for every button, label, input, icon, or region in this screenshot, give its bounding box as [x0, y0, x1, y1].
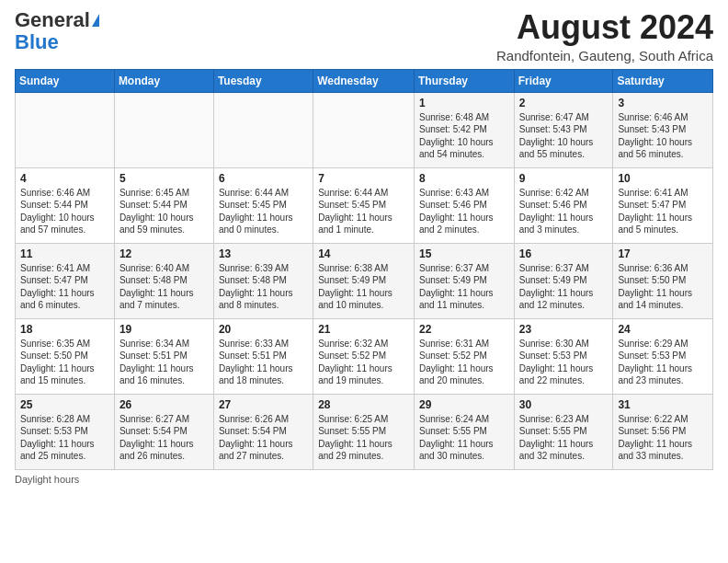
- calendar-cell: 12Sunrise: 6:40 AM Sunset: 5:48 PM Dayli…: [114, 243, 213, 318]
- calendar-location: Randfontein, Gauteng, South Africa: [496, 48, 713, 63]
- day-number: 9: [519, 172, 609, 185]
- day-number: 29: [419, 398, 509, 411]
- day-number: 6: [219, 172, 308, 185]
- day-info: Sunrise: 6:22 AM Sunset: 5:56 PM Dayligh…: [618, 413, 708, 463]
- day-info: Sunrise: 6:29 AM Sunset: 5:53 PM Dayligh…: [618, 338, 708, 387]
- col-header-wednesday: Wednesday: [313, 69, 415, 92]
- calendar-cell: 24Sunrise: 6:29 AM Sunset: 5:53 PM Dayli…: [613, 318, 713, 394]
- day-number: 13: [219, 247, 308, 260]
- day-number: 16: [519, 247, 609, 260]
- day-number: 7: [318, 172, 409, 185]
- page: General Blue August 2024 Randfontein, Ga…: [0, 0, 728, 563]
- day-info: Sunrise: 6:41 AM Sunset: 5:47 PM Dayligh…: [618, 187, 708, 236]
- logo-general-text: General: [15, 9, 90, 31]
- day-info: Sunrise: 6:35 AM Sunset: 5:50 PM Dayligh…: [20, 338, 109, 387]
- calendar-cell: 13Sunrise: 6:39 AM Sunset: 5:48 PM Dayli…: [213, 243, 313, 318]
- calendar-cell: 18Sunrise: 6:35 AM Sunset: 5:50 PM Dayli…: [16, 318, 115, 394]
- day-info: Sunrise: 6:33 AM Sunset: 5:51 PM Dayligh…: [219, 338, 308, 387]
- day-number: 14: [318, 247, 409, 260]
- calendar-cell: 3Sunrise: 6:46 AM Sunset: 5:43 PM Daylig…: [613, 92, 713, 167]
- col-header-monday: Monday: [114, 69, 213, 92]
- calendar-week-2: 4Sunrise: 6:46 AM Sunset: 5:44 PM Daylig…: [16, 167, 713, 243]
- day-number: 3: [618, 97, 708, 109]
- calendar-cell: 5Sunrise: 6:45 AM Sunset: 5:44 PM Daylig…: [114, 167, 213, 243]
- calendar-cell: 4Sunrise: 6:46 AM Sunset: 5:44 PM Daylig…: [16, 167, 115, 243]
- calendar-cell: 17Sunrise: 6:36 AM Sunset: 5:50 PM Dayli…: [613, 243, 713, 318]
- day-number: 10: [618, 172, 708, 185]
- day-info: Sunrise: 6:38 AM Sunset: 5:49 PM Dayligh…: [318, 262, 409, 312]
- calendar-cell: 31Sunrise: 6:22 AM Sunset: 5:56 PM Dayli…: [613, 394, 713, 469]
- day-number: 26: [119, 398, 209, 411]
- calendar-cell: 11Sunrise: 6:41 AM Sunset: 5:47 PM Dayli…: [16, 243, 115, 318]
- calendar-title: August 2024: [496, 9, 713, 46]
- calendar-cell: 22Sunrise: 6:31 AM Sunset: 5:52 PM Dayli…: [414, 318, 514, 394]
- day-info: Sunrise: 6:41 AM Sunset: 5:47 PM Dayligh…: [20, 262, 109, 312]
- day-number: 19: [119, 323, 209, 336]
- day-info: Sunrise: 6:23 AM Sunset: 5:55 PM Dayligh…: [519, 413, 609, 463]
- calendar-cell: 6Sunrise: 6:44 AM Sunset: 5:45 PM Daylig…: [213, 167, 313, 243]
- calendar-cell: 27Sunrise: 6:26 AM Sunset: 5:54 PM Dayli…: [213, 394, 313, 469]
- logo: General Blue: [15, 9, 99, 53]
- calendar-cell: 23Sunrise: 6:30 AM Sunset: 5:53 PM Dayli…: [514, 318, 613, 394]
- calendar-week-4: 18Sunrise: 6:35 AM Sunset: 5:50 PM Dayli…: [16, 318, 713, 394]
- day-number: 24: [618, 323, 708, 336]
- day-number: 18: [20, 323, 109, 336]
- calendar-week-3: 11Sunrise: 6:41 AM Sunset: 5:47 PM Dayli…: [16, 243, 713, 318]
- calendar-cell: 14Sunrise: 6:38 AM Sunset: 5:49 PM Dayli…: [313, 243, 415, 318]
- day-info: Sunrise: 6:44 AM Sunset: 5:45 PM Dayligh…: [219, 187, 308, 236]
- day-info: Sunrise: 6:34 AM Sunset: 5:51 PM Dayligh…: [119, 338, 209, 387]
- calendar-cell: 16Sunrise: 6:37 AM Sunset: 5:49 PM Dayli…: [514, 243, 613, 318]
- day-number: 31: [618, 398, 708, 411]
- calendar-cell: 9Sunrise: 6:42 AM Sunset: 5:46 PM Daylig…: [514, 167, 613, 243]
- calendar-cell: 26Sunrise: 6:27 AM Sunset: 5:54 PM Dayli…: [114, 394, 213, 469]
- col-header-saturday: Saturday: [613, 69, 713, 92]
- calendar-table: SundayMondayTuesdayWednesdayThursdayFrid…: [15, 69, 713, 470]
- calendar-week-5: 25Sunrise: 6:28 AM Sunset: 5:53 PM Dayli…: [16, 394, 713, 469]
- day-info: Sunrise: 6:46 AM Sunset: 5:44 PM Dayligh…: [20, 187, 109, 236]
- day-number: 1: [419, 97, 509, 109]
- day-info: Sunrise: 6:30 AM Sunset: 5:53 PM Dayligh…: [519, 338, 609, 387]
- calendar-cell: 1Sunrise: 6:48 AM Sunset: 5:42 PM Daylig…: [414, 92, 514, 167]
- calendar-cell: 10Sunrise: 6:41 AM Sunset: 5:47 PM Dayli…: [613, 167, 713, 243]
- calendar-cell: 30Sunrise: 6:23 AM Sunset: 5:55 PM Dayli…: [514, 394, 613, 469]
- day-number: 22: [419, 323, 509, 336]
- calendar-cell: [114, 92, 213, 167]
- day-number: 21: [318, 323, 409, 336]
- calendar-cell: 20Sunrise: 6:33 AM Sunset: 5:51 PM Dayli…: [213, 318, 313, 394]
- calendar-cell: [313, 92, 415, 167]
- day-info: Sunrise: 6:42 AM Sunset: 5:46 PM Dayligh…: [519, 187, 609, 236]
- day-info: Sunrise: 6:25 AM Sunset: 5:55 PM Dayligh…: [318, 413, 409, 463]
- calendar-cell: 19Sunrise: 6:34 AM Sunset: 5:51 PM Dayli…: [114, 318, 213, 394]
- day-info: Sunrise: 6:40 AM Sunset: 5:48 PM Dayligh…: [119, 262, 209, 312]
- day-info: Sunrise: 6:26 AM Sunset: 5:54 PM Dayligh…: [219, 413, 308, 463]
- day-number: 5: [119, 172, 209, 185]
- calendar-cell: 25Sunrise: 6:28 AM Sunset: 5:53 PM Dayli…: [16, 394, 115, 469]
- day-info: Sunrise: 6:27 AM Sunset: 5:54 PM Dayligh…: [119, 413, 209, 463]
- day-info: Sunrise: 6:39 AM Sunset: 5:48 PM Dayligh…: [219, 262, 308, 312]
- day-number: 27: [219, 398, 308, 411]
- day-number: 25: [20, 398, 109, 411]
- day-number: 4: [20, 172, 109, 185]
- col-header-friday: Friday: [514, 69, 613, 92]
- day-info: Sunrise: 6:31 AM Sunset: 5:52 PM Dayligh…: [419, 338, 509, 387]
- day-number: 8: [419, 172, 509, 185]
- day-info: Sunrise: 6:32 AM Sunset: 5:52 PM Dayligh…: [318, 338, 409, 387]
- day-info: Sunrise: 6:36 AM Sunset: 5:50 PM Dayligh…: [618, 262, 708, 312]
- logo-triangle-icon: [92, 14, 99, 27]
- calendar-cell: 21Sunrise: 6:32 AM Sunset: 5:52 PM Dayli…: [313, 318, 415, 394]
- calendar-week-1: 1Sunrise: 6:48 AM Sunset: 5:42 PM Daylig…: [16, 92, 713, 167]
- day-number: 28: [318, 398, 409, 411]
- logo-blue-text: Blue: [15, 31, 59, 53]
- day-info: Sunrise: 6:37 AM Sunset: 5:49 PM Dayligh…: [419, 262, 509, 312]
- day-info: Sunrise: 6:47 AM Sunset: 5:43 PM Dayligh…: [519, 111, 609, 161]
- calendar-cell: [213, 92, 313, 167]
- calendar-header-row: SundayMondayTuesdayWednesdayThursdayFrid…: [16, 69, 713, 92]
- col-header-tuesday: Tuesday: [213, 69, 313, 92]
- day-info: Sunrise: 6:48 AM Sunset: 5:42 PM Dayligh…: [419, 111, 509, 161]
- day-info: Sunrise: 6:28 AM Sunset: 5:53 PM Dayligh…: [20, 413, 109, 463]
- title-block: August 2024 Randfontein, Gauteng, South …: [496, 9, 713, 63]
- day-info: Sunrise: 6:37 AM Sunset: 5:49 PM Dayligh…: [519, 262, 609, 312]
- footer-note: Daylight hours: [15, 474, 713, 485]
- calendar-cell: 29Sunrise: 6:24 AM Sunset: 5:55 PM Dayli…: [414, 394, 514, 469]
- day-number: 23: [519, 323, 609, 336]
